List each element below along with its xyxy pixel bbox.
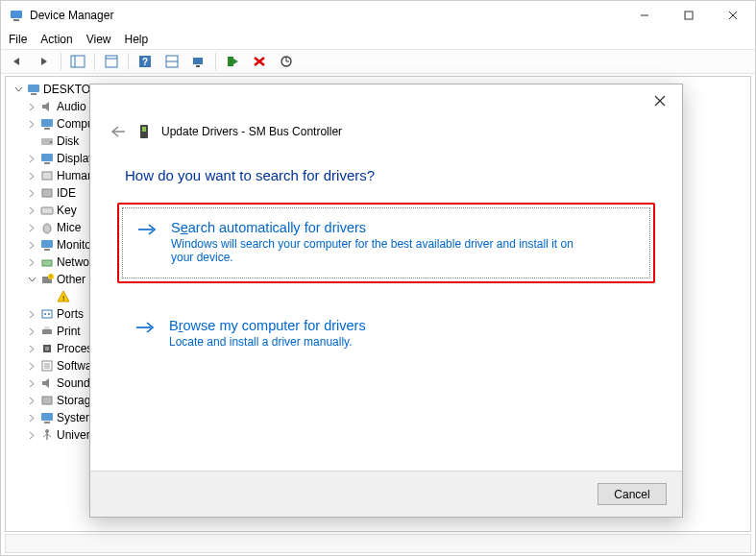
- svg-rect-20: [28, 85, 39, 92]
- chevron-icon[interactable]: [27, 378, 37, 389]
- svg-rect-30: [42, 189, 52, 197]
- device-category-icon: [39, 375, 55, 391]
- chevron-icon[interactable]: [27, 223, 37, 233]
- close-button[interactable]: [711, 1, 755, 30]
- device-category-icon: [39, 358, 55, 374]
- status-bar: [5, 534, 751, 553]
- cancel-button[interactable]: Cancel: [597, 483, 667, 505]
- svg-rect-35: [42, 260, 52, 266]
- titlebar: Device Manager: [1, 1, 755, 30]
- chevron-icon[interactable]: [27, 275, 37, 285]
- warning-icon: !: [56, 289, 71, 304]
- chevron-icon[interactable]: [27, 361, 37, 372]
- chevron-icon[interactable]: [27, 205, 37, 216]
- maximize-button[interactable]: [667, 1, 711, 30]
- chevron-icon[interactable]: [27, 344, 37, 354]
- device-category-icon: [39, 306, 55, 322]
- chevron-icon[interactable]: [27, 171, 37, 181]
- device-category-icon: [39, 410, 55, 425]
- device-category-icon: [39, 203, 55, 218]
- menu-view[interactable]: View: [86, 33, 111, 46]
- option1-title: Search automatically for drivers: [171, 220, 594, 235]
- tree-category-label: Key: [57, 204, 77, 217]
- toolbar: ?: [1, 49, 755, 74]
- arrow-right-icon: [136, 222, 158, 239]
- svg-point-41: [44, 313, 46, 315]
- device-category-icon: [39, 393, 55, 408]
- chevron-icon[interactable]: [27, 188, 37, 199]
- option-browse-computer[interactable]: Browse my computer for drivers Locate an…: [117, 302, 655, 366]
- dialog-title: Update Drivers - SM Bus Controller: [161, 125, 342, 138]
- device-category-icon: [39, 254, 55, 270]
- forward-button[interactable]: [34, 52, 55, 71]
- chevron-icon[interactable]: [27, 119, 37, 130]
- svg-rect-3: [685, 12, 693, 19]
- chevron-icon[interactable]: [27, 240, 37, 251]
- svg-rect-50: [42, 397, 52, 404]
- chevron-icon[interactable]: [27, 136, 37, 147]
- menu-help[interactable]: Help: [125, 33, 149, 46]
- chevron-icon[interactable]: [27, 309, 37, 320]
- arrow-right-icon: [134, 320, 156, 337]
- device-category-icon: [39, 151, 55, 166]
- dialog-close-button[interactable]: [644, 88, 676, 113]
- svg-rect-48: [44, 363, 50, 369]
- svg-rect-46: [45, 347, 49, 351]
- menubar: File Action View Help: [1, 30, 755, 49]
- device-category-icon: [39, 427, 55, 443]
- svg-rect-6: [71, 56, 85, 67]
- svg-rect-14: [193, 58, 203, 64]
- device-icon: [136, 124, 152, 139]
- dialog-footer: Cancel: [90, 471, 682, 517]
- svg-rect-29: [42, 172, 52, 180]
- minimize-button[interactable]: [622, 1, 667, 30]
- svg-rect-44: [44, 326, 50, 329]
- help-button[interactable]: ?: [134, 52, 156, 71]
- svg-point-26: [50, 141, 52, 143]
- update-button[interactable]: [276, 52, 297, 71]
- properties-button[interactable]: [101, 52, 122, 71]
- svg-rect-28: [44, 162, 50, 164]
- device-manager-window: Device Manager File Action View Help ?: [0, 0, 756, 556]
- dialog-heading: How do you want to search for drivers?: [90, 140, 682, 183]
- device-category-icon: [39, 324, 55, 339]
- tree-category-label: Print: [57, 325, 81, 338]
- scan-hardware-button[interactable]: [188, 52, 209, 71]
- menu-file[interactable]: File: [9, 33, 27, 46]
- chevron-icon[interactable]: [27, 326, 37, 337]
- option1-desc: Windows will search your computer for th…: [171, 237, 594, 264]
- device-category-icon: [39, 185, 55, 201]
- tree-category-label: Mice: [57, 221, 81, 234]
- chevron-icon[interactable]: [27, 396, 37, 406]
- option2-desc: Locate and install a driver manually.: [169, 335, 366, 349]
- dialog-back-button[interactable]: [110, 123, 127, 140]
- option-search-automatically[interactable]: Search automatically for drivers Windows…: [117, 203, 655, 283]
- svg-rect-49: [42, 381, 45, 385]
- device-category-icon: [39, 99, 55, 114]
- svg-rect-27: [41, 154, 53, 161]
- device-category-icon: [39, 220, 55, 235]
- chevron-icon[interactable]: [27, 257, 37, 268]
- enable-button[interactable]: [222, 52, 243, 71]
- menu-action[interactable]: Action: [40, 33, 72, 46]
- svg-text:?: ?: [142, 57, 148, 67]
- chevron-icon[interactable]: [27, 102, 37, 112]
- device-category-icon: !: [39, 272, 55, 287]
- svg-rect-0: [11, 11, 22, 18]
- scan-button[interactable]: [161, 52, 183, 71]
- tree-category-label: Other: [57, 273, 85, 286]
- show-hide-tree-button[interactable]: [67, 52, 88, 71]
- uninstall-button[interactable]: [249, 52, 270, 71]
- chevron-icon[interactable]: [27, 413, 37, 423]
- tree-category-label: Audio: [57, 100, 86, 113]
- svg-rect-33: [41, 240, 53, 248]
- svg-rect-22: [42, 105, 45, 109]
- chevron-icon[interactable]: [27, 430, 37, 441]
- svg-rect-24: [44, 128, 50, 130]
- svg-rect-40: [42, 310, 52, 318]
- svg-rect-1: [13, 19, 19, 21]
- svg-text:!: !: [50, 274, 51, 279]
- chevron-down-icon[interactable]: [13, 85, 24, 95]
- chevron-icon[interactable]: [27, 154, 37, 164]
- back-button[interactable]: [7, 52, 28, 71]
